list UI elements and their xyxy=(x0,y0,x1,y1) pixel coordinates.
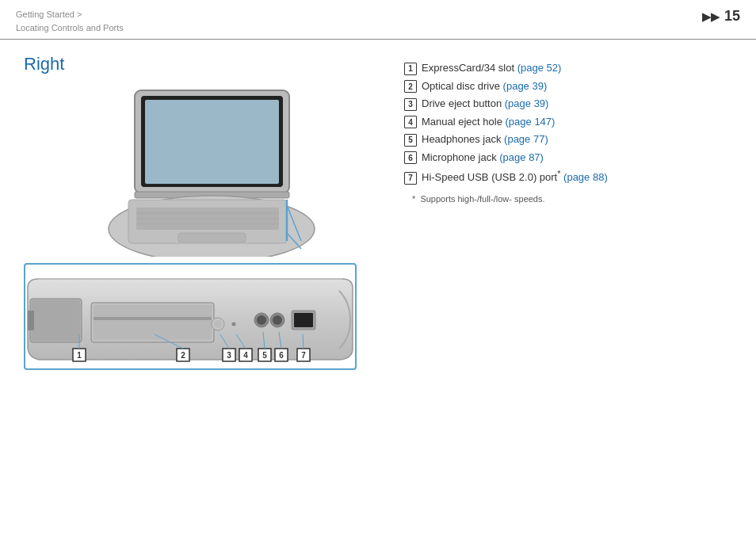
item-link-7[interactable]: (page 88) xyxy=(563,171,608,183)
item-text-4: Manual eject hole (page 147) xyxy=(422,116,555,128)
footnote: * Supports high-/full-/low- speeds. xyxy=(404,194,732,204)
page-header: Getting Started > Locating Controls and … xyxy=(0,0,756,40)
item-text-7: Hi-Speed USB (USB 2.0) port* (page 88) xyxy=(422,169,608,183)
arrow-icon: ▶▶ xyxy=(702,10,720,23)
item-list: 1 ExpressCard/34 slot (page 52) 2 Optica… xyxy=(404,62,732,185)
list-item: 3 Drive eject button (page 39) xyxy=(404,97,732,111)
list-item: 4 Manual eject hole (page 147) xyxy=(404,116,732,129)
item-link-2[interactable]: (page 39) xyxy=(503,80,548,92)
item-num-2: 2 xyxy=(404,80,417,93)
page-number-area: ▶▶ 15 xyxy=(702,8,740,25)
right-panel: 1 ExpressCard/34 slot (page 52) 2 Optica… xyxy=(404,54,732,370)
item-link-4[interactable]: (page 147) xyxy=(506,116,556,128)
item-text-6: Microphone jack (page 87) xyxy=(422,151,544,163)
side-panel-border xyxy=(24,263,357,370)
item-num-7: 7 xyxy=(404,172,417,185)
item-text-5: Headphones jack (page 77) xyxy=(422,133,548,145)
left-panel: Right xyxy=(24,54,388,370)
section-title: Right xyxy=(24,54,388,74)
item-text-1: ExpressCard/34 slot (page 52) xyxy=(422,62,561,74)
item-link-1[interactable]: (page 52) xyxy=(517,62,562,74)
item-num-5: 5 xyxy=(404,134,417,147)
page-number: 15 xyxy=(724,8,740,25)
list-item: 5 Headphones jack (page 77) xyxy=(404,133,732,147)
item-num-1: 1 xyxy=(404,63,417,75)
item-link-5[interactable]: (page 77) xyxy=(504,133,548,145)
side-panel-illustration: 1 2 3 4 5 6 7 xyxy=(24,263,357,370)
item-text-3: Drive eject button (page 39) xyxy=(422,97,548,109)
main-content: Right xyxy=(0,40,756,378)
superscript-7: * xyxy=(557,169,560,178)
list-item: 1 ExpressCard/34 slot (page 52) xyxy=(404,62,732,75)
footnote-mark: * xyxy=(412,194,415,204)
item-num-6: 6 xyxy=(404,151,417,164)
item-num-3: 3 xyxy=(404,98,417,111)
laptop-illustration xyxy=(24,82,388,257)
list-item: 6 Microphone jack (page 87) xyxy=(404,151,732,165)
item-link-3[interactable]: (page 39) xyxy=(505,97,549,109)
breadcrumb: Getting Started > Locating Controls and … xyxy=(16,8,124,34)
item-link-6[interactable]: (page 87) xyxy=(499,151,544,163)
svg-rect-10 xyxy=(178,233,246,242)
list-item: 2 Optical disc drive (page 39) xyxy=(404,80,732,93)
item-num-4: 4 xyxy=(404,116,417,128)
svg-rect-2 xyxy=(145,100,279,184)
list-item: 7 Hi-Speed USB (USB 2.0) port* (page 88) xyxy=(404,169,732,185)
footnote-text: Supports high-/full-/low- speeds. xyxy=(420,194,544,204)
item-text-2: Optical disc drive (page 39) xyxy=(422,80,547,92)
